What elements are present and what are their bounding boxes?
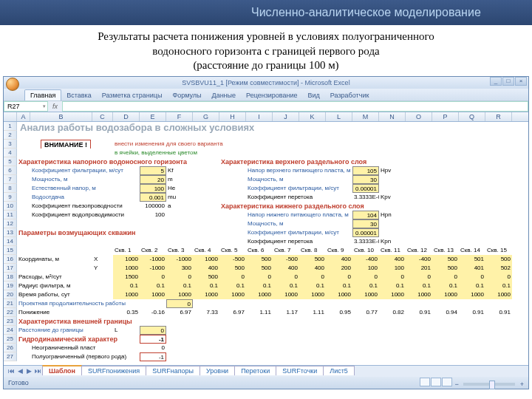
cell[interactable]: -0.16 — [140, 308, 166, 317]
cell[interactable]: 0.77 — [352, 308, 379, 317]
ribbon-tab[interactable]: Вставка — [61, 90, 96, 100]
row-header[interactable]: 18 — [4, 273, 17, 282]
fx-label[interactable]: fx — [48, 103, 62, 110]
cell[interactable]: Расходы, м³/сут — [17, 273, 113, 282]
cell[interactable]: 300 — [166, 264, 193, 273]
cell[interactable]: 0 — [326, 273, 352, 282]
cell[interactable]: Гидродинамический характер — [17, 335, 140, 344]
col-header[interactable]: A — [17, 112, 30, 121]
row-header[interactable]: 6 — [4, 166, 17, 175]
cell[interactable]: 30 — [352, 219, 379, 228]
cell[interactable]: L — [113, 326, 140, 335]
cell[interactable]: Скв. 1 — [113, 246, 140, 255]
cell[interactable]: Kf — [166, 166, 193, 175]
cell[interactable]: 105 — [352, 166, 379, 175]
cell[interactable]: 1000 — [485, 290, 512, 299]
cell[interactable]: 1500 — [113, 273, 140, 282]
cell[interactable]: 0.1 — [140, 282, 166, 290]
col-header[interactable]: L — [326, 112, 352, 121]
cell[interactable]: 100000 — [140, 202, 166, 211]
cell[interactable]: Мощность, м — [246, 175, 352, 184]
cell[interactable]: -1000 — [140, 255, 166, 264]
cell[interactable]: Скв. 2 — [140, 246, 166, 255]
cell[interactable]: Коэффициент фильтрации, м/сут — [246, 228, 352, 237]
sheet-tab[interactable]: SURFпонижения — [81, 366, 146, 375]
row-header[interactable]: 8 — [4, 184, 17, 193]
cell[interactable]: Kpv — [379, 193, 406, 202]
cell[interactable]: 1000 — [113, 264, 140, 273]
col-header[interactable]: J — [273, 112, 299, 121]
cell[interactable]: Характеристика напорного водоносного гор… — [17, 157, 193, 166]
cell[interactable]: 1000 — [246, 290, 273, 299]
sheet-tab[interactable]: Лист5 — [323, 366, 355, 375]
cell[interactable]: Характеристика внешней границы — [17, 317, 166, 326]
cell[interactable]: Водоотдача — [30, 193, 140, 202]
sheet-tab[interactable]: SURFнапоры — [146, 366, 200, 375]
cell[interactable]: Скв. 12 — [406, 246, 432, 255]
col-header[interactable]: K — [299, 112, 326, 121]
cell[interactable]: -500 — [273, 255, 299, 264]
cell[interactable]: 500 — [193, 273, 219, 282]
cell[interactable]: 0 — [459, 273, 485, 282]
cell[interactable]: m — [166, 175, 193, 184]
cell[interactable]: 0.91 — [459, 308, 485, 317]
row-header[interactable]: 4 — [4, 149, 17, 157]
cell[interactable]: 500 — [219, 264, 246, 273]
cell[interactable]: 1000 — [193, 255, 219, 264]
ribbon-tab[interactable]: Рецензирование — [241, 90, 303, 100]
cell[interactable]: 0.1 — [326, 282, 352, 290]
cell[interactable]: 0.1 — [485, 282, 512, 290]
cell[interactable]: Параметры возмущающих скважин — [17, 228, 166, 237]
zoom-out[interactable]: − — [454, 381, 458, 388]
row-header[interactable]: 7 — [4, 175, 17, 184]
minimize-button[interactable]: _ — [490, 77, 502, 86]
tab-nav-prev[interactable]: ◀ — [16, 367, 24, 375]
cell[interactable]: 201 — [406, 264, 432, 273]
cell[interactable]: 6.97 — [166, 308, 193, 317]
col-header[interactable]: E — [140, 112, 166, 121]
cell[interactable]: 0.95 — [326, 308, 352, 317]
cell[interactable]: Полуограниченный (первого рода) — [30, 352, 140, 361]
zoom-in[interactable]: + — [520, 381, 524, 388]
cell[interactable]: 0.00001 — [352, 184, 379, 193]
cell[interactable]: 0.1 — [166, 282, 193, 290]
cell[interactable]: Характеристика нижнего раздельного слоя — [219, 202, 379, 211]
cell[interactable]: Радиус фильтра, м — [17, 282, 113, 290]
cell[interactable]: ВНИМАНИЕ ! — [30, 140, 113, 149]
cell[interactable]: 30 — [352, 175, 379, 184]
cell[interactable]: Скв. 11 — [379, 246, 406, 255]
cell[interactable]: 100 — [352, 264, 379, 273]
row-header[interactable]: 19 — [4, 282, 17, 290]
col-header[interactable]: O — [406, 112, 432, 121]
cell[interactable]: He — [166, 184, 193, 193]
col-header[interactable]: R — [485, 112, 512, 121]
ribbon-tab[interactable]: Вид — [303, 90, 325, 100]
row-header[interactable]: 16 — [4, 255, 17, 264]
row-header[interactable]: 12 — [4, 219, 17, 228]
ribbon-tab[interactable]: Разработчик — [325, 90, 374, 100]
office-button[interactable] — [6, 78, 19, 91]
cell[interactable]: 0.1 — [459, 282, 485, 290]
cell[interactable]: Коэффициент пьезопроводности — [30, 202, 140, 211]
cell[interactable]: 0 — [219, 273, 246, 282]
row-header[interactable]: 14 — [4, 237, 17, 246]
cell[interactable]: 0 — [166, 273, 193, 282]
row-header[interactable]: 13 — [4, 228, 17, 237]
cell[interactable]: 1000 — [140, 290, 166, 299]
cell[interactable]: 1000 — [406, 290, 432, 299]
cell[interactable]: 5 — [140, 166, 166, 175]
cell[interactable]: Время работы, сут — [17, 290, 113, 299]
cell[interactable]: 0 — [432, 273, 459, 282]
cell[interactable]: 20 — [140, 175, 166, 184]
row-header[interactable]: 10 — [4, 202, 17, 211]
cell[interactable]: 200 — [326, 264, 352, 273]
cell[interactable]: Понижение — [17, 308, 92, 317]
cell[interactable]: 1000 — [459, 290, 485, 299]
cell[interactable]: 100 — [140, 184, 166, 193]
cell[interactable]: 0.91 — [406, 308, 432, 317]
cell[interactable]: 1000 — [273, 290, 299, 299]
cell[interactable]: Неограниченный пласт — [30, 344, 140, 352]
cell[interactable]: 500 — [432, 264, 459, 273]
cell[interactable]: Проектная продолжительность работы — [17, 299, 140, 308]
row-header[interactable]: 2 — [4, 131, 17, 140]
